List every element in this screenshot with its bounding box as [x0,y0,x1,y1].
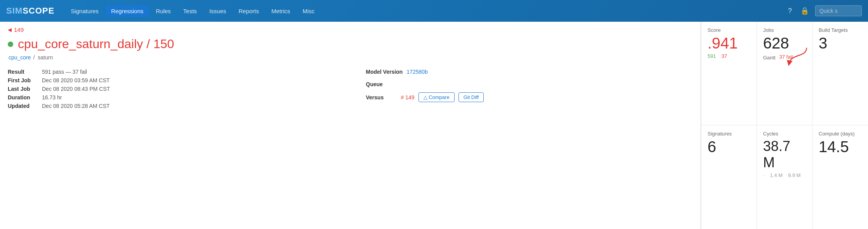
queue-label: Queue [366,81,397,87]
left-panel: ◀ 149 cpu_core_saturn_daily / 150 cpu_co… [0,22,701,229]
jobs-label: Jobs [763,27,806,33]
result-label: Result [8,69,39,75]
duration-value: 16.73 hr [42,94,62,101]
build-targets-value: 3 [819,35,862,52]
result-row: Result 591 pass — 37 fail [8,68,350,76]
versus-link[interactable]: # 149 [401,94,415,101]
search-input[interactable] [815,5,862,16]
nav-reports[interactable]: Reports [233,5,265,17]
duration-label: Duration [8,94,39,101]
nav-tests[interactable]: Tests [178,5,202,17]
compare-button[interactable]: △ Compare [418,92,455,102]
brand-sim: SIM [6,6,23,16]
gantt-label[interactable]: Gantt [763,55,776,61]
build-targets-label: Build Targets [819,27,862,33]
subtitle: cpu_core / saturn [8,54,693,61]
queue-row: Queue [366,80,693,88]
last-job-row: Last Job Dec 08 2020 08:43 PM CST [8,85,350,93]
versus-label: Versus [366,94,397,101]
first-job-row: First Job Dec 08 2020 03:59 AM CST [8,76,350,85]
metric-score: Score .941 591 37 [701,22,757,125]
details-right: Model Version 172580b Queue Versus # 149… [350,68,693,110]
last-job-value: Dec 08 2020 08:43 PM CST [42,86,110,92]
signatures-value: 6 [708,138,750,155]
cycles-sub: · 1.4 M 9.9 M [763,172,806,178]
model-version-label: Model Version [366,69,403,75]
lock-icon[interactable]: 🔒 [798,5,811,17]
score-label: Score [708,27,750,33]
signatures-label: Signatures [708,131,750,137]
metric-cycles: Cycles 38.7 M · 1.4 M 9.9 M [757,125,812,229]
score-value: .941 [708,35,750,52]
score-pass: 591 [708,53,716,59]
brand-logo[interactable]: SIMSCOPE [6,6,54,16]
subtitle-link[interactable]: cpu_core [9,54,31,61]
details-grid: Result 591 pass — 37 fail First Job Dec … [8,68,693,110]
nav-regressions[interactable]: Regressions [106,5,149,17]
model-version-link[interactable]: 172580b [406,69,428,75]
page-title: cpu_core_saturn_daily / 150 [18,37,174,51]
metrics-panel: Score .941 591 37 Jobs 628 Gantt 37 fail [701,22,868,229]
navbar: SIMSCOPE Signatures Regressions Rules Te… [0,0,868,22]
nav-metrics[interactable]: Metrics [266,5,296,17]
subtitle-text: saturn [38,54,53,61]
cycles-label: Cycles [763,131,806,137]
model-version-row: Model Version 172580b [366,68,693,76]
jobs-value: 628 [763,35,806,52]
brand-scope: SCOPE [23,6,54,16]
subtitle-separator: / [33,54,36,61]
breadcrumb-arrow-icon: ◀ [8,27,12,33]
first-job-label: First Job [8,77,39,83]
gantt-row: Gantt 37 fail [763,53,806,61]
nav-misc[interactable]: Misc [297,5,320,17]
page-title-row: cpu_core_saturn_daily / 150 [8,37,693,51]
updated-label: Updated [8,103,39,109]
result-value: 591 pass — 37 fail [42,69,87,75]
breadcrumb: ◀ 149 [8,26,693,33]
nav-rules[interactable]: Rules [150,5,176,17]
details-left: Result 591 pass — 37 fail First Job Dec … [8,68,350,110]
main-content: ◀ 149 cpu_core_saturn_daily / 150 cpu_co… [0,22,868,229]
cycles-value: 38.7 M [763,138,806,171]
duration-row: Duration 16.73 hr [8,93,350,102]
nav-signatures[interactable]: Signatures [65,5,104,17]
metric-signatures: Signatures 6 [701,125,757,229]
help-icon[interactable]: ? [786,5,794,17]
last-job-label: Last Job [8,86,39,92]
updated-row: Updated Dec 08 2020 05:28 AM CST [8,102,350,110]
gantt-fail: 37 fail [779,54,793,60]
git-diff-button[interactable]: Git Diff [458,92,484,102]
compute-label: Compute (days) [819,131,862,137]
navbar-right: ? 🔒 [786,5,862,17]
compute-value: 14.5 [819,138,862,155]
metric-build-targets: Build Targets 3 [812,22,868,125]
cycles-sub2-val: 9.9 M [788,172,801,178]
status-dot [8,42,13,47]
score-fail: 37 [722,53,727,59]
metric-jobs: Jobs 628 Gantt 37 fail [757,22,812,125]
nav-issues[interactable]: Issues [204,5,232,17]
versus-row: Versus # 149 △ Compare Git Diff [366,92,693,102]
first-job-value: Dec 08 2020 03:59 AM CST [42,77,110,83]
cycles-sub1-val: 1.4 M [770,172,783,178]
cycles-sub1: · [763,172,765,178]
metric-compute: Compute (days) 14.5 [812,125,868,229]
score-sub: 591 37 [708,53,750,59]
breadcrumb-prev-num[interactable]: 149 [14,26,24,33]
updated-value: Dec 08 2020 05:28 AM CST [42,103,110,109]
